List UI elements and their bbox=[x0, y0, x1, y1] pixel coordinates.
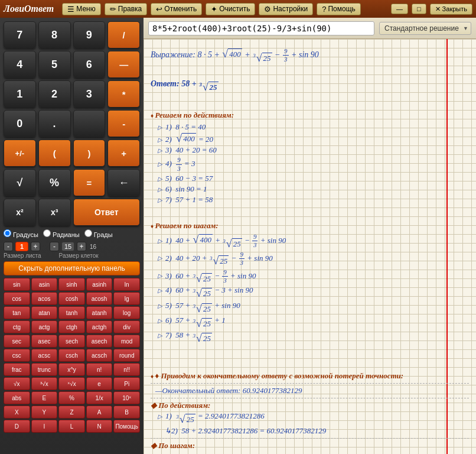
btn-rparen[interactable]: ) bbox=[73, 140, 106, 167]
btn-sqrt[interactable]: √ bbox=[4, 169, 36, 196]
close-button[interactable]: ✕ Закрыть bbox=[430, 4, 472, 15]
btn-minus[interactable]: — bbox=[107, 51, 140, 78]
cell-size-plus[interactable]: + bbox=[77, 242, 86, 251]
radio-radians[interactable]: Радианы bbox=[43, 229, 80, 238]
func-L[interactable]: L bbox=[58, 420, 85, 433]
func-lg[interactable]: lg bbox=[113, 292, 140, 305]
undo-button[interactable]: ↩ Отменить bbox=[151, 3, 202, 15]
func-Z[interactable]: Z bbox=[58, 406, 85, 419]
btn-4[interactable]: 4 bbox=[4, 51, 36, 78]
btn-8[interactable]: 8 bbox=[38, 21, 71, 48]
btn-percent[interactable]: % bbox=[38, 169, 71, 196]
radio-grads[interactable]: Грады bbox=[84, 229, 113, 238]
menu-button[interactable]: ☰ Меню bbox=[62, 3, 100, 15]
func-atanh[interactable]: atanh bbox=[86, 306, 113, 319]
func-frac[interactable]: frac bbox=[4, 363, 30, 376]
func-sinh[interactable]: sinh bbox=[58, 278, 85, 291]
func-round[interactable]: round bbox=[113, 349, 140, 362]
btn-equals[interactable]: = bbox=[73, 169, 106, 196]
func-10x[interactable]: 10ˣ bbox=[113, 391, 140, 404]
func-acsch[interactable]: acsch bbox=[86, 349, 113, 362]
func-csc[interactable]: csc bbox=[4, 349, 30, 362]
func-nrtx[interactable]: ˣ√x bbox=[58, 377, 85, 390]
btn-answer[interactable]: Ответ bbox=[73, 199, 141, 226]
btn-5[interactable]: 5 bbox=[38, 51, 71, 78]
func-pct[interactable]: % bbox=[58, 391, 85, 404]
btn-plus[interactable]: + bbox=[107, 140, 140, 167]
func-xpowy[interactable]: x^y bbox=[58, 363, 85, 376]
func-csch[interactable]: csch bbox=[58, 349, 85, 362]
btn-dot[interactable]: . bbox=[38, 110, 71, 137]
btn-lparen[interactable]: ( bbox=[38, 140, 71, 167]
func-actgh[interactable]: actgh bbox=[86, 320, 113, 333]
func-ctgh[interactable]: ctgh bbox=[58, 320, 85, 333]
func-D[interactable]: D bbox=[4, 420, 30, 433]
func-N[interactable]: N bbox=[86, 420, 113, 433]
func-cosh[interactable]: cosh bbox=[58, 292, 85, 305]
btn-0[interactable]: 0 bbox=[4, 110, 36, 137]
func-sec[interactable]: sec bbox=[4, 335, 30, 348]
edit-button[interactable]: ✏ Правка bbox=[105, 3, 148, 15]
func-dfactorial[interactable]: n!! bbox=[113, 363, 140, 376]
func-tanh[interactable]: tanh bbox=[58, 306, 85, 319]
func-asinh[interactable]: asinh bbox=[86, 278, 113, 291]
func-div[interactable]: div bbox=[113, 320, 140, 333]
btn-x3[interactable]: x³ bbox=[38, 199, 71, 226]
btn-7[interactable]: 7 bbox=[4, 21, 36, 48]
func-asec[interactable]: asec bbox=[31, 335, 58, 348]
minimize-button[interactable]: — bbox=[391, 4, 408, 14]
func-I[interactable]: I bbox=[31, 420, 58, 433]
btn-x2[interactable]: x² bbox=[4, 199, 36, 226]
func-pi[interactable]: Pi bbox=[113, 377, 140, 390]
func-acosh[interactable]: acosh bbox=[86, 292, 113, 305]
sheet-size-plus[interactable]: + bbox=[31, 242, 40, 251]
func-acos[interactable]: acos bbox=[31, 292, 58, 305]
func-B[interactable]: B bbox=[113, 406, 140, 419]
func-factorial[interactable]: n! bbox=[86, 363, 113, 376]
btn-2[interactable]: 2 bbox=[38, 80, 71, 108]
func-trunc[interactable]: trunc bbox=[31, 363, 58, 376]
func-asin[interactable]: asin bbox=[31, 278, 58, 291]
help-button[interactable]: ? Помощь bbox=[317, 3, 361, 15]
solve-type-select[interactable]: Стандартное решение bbox=[379, 22, 471, 35]
func-acsc[interactable]: acsc bbox=[31, 349, 58, 362]
cell-size-minus[interactable]: - bbox=[50, 242, 59, 251]
btn-plusminus[interactable]: +/- bbox=[4, 140, 36, 167]
func-Y[interactable]: Y bbox=[31, 406, 58, 419]
btn-minus2[interactable]: - bbox=[107, 110, 140, 137]
func-help2[interactable]: Помощь bbox=[113, 420, 140, 433]
btn-mul[interactable]: * bbox=[107, 80, 140, 108]
func-sech[interactable]: sech bbox=[58, 335, 85, 348]
func-A[interactable]: A bbox=[86, 406, 113, 419]
func-cbrtx[interactable]: ³√x bbox=[31, 377, 58, 390]
func-tan[interactable]: tan bbox=[4, 306, 30, 319]
btn-empty[interactable] bbox=[73, 110, 106, 137]
func-e[interactable]: e bbox=[86, 377, 113, 390]
func-cos[interactable]: cos bbox=[4, 292, 30, 305]
btn-3[interactable]: 3 bbox=[73, 80, 106, 108]
radio-degrees[interactable]: Градусы bbox=[4, 229, 38, 238]
func-abs[interactable]: abs bbox=[4, 391, 30, 404]
func-log[interactable]: log bbox=[113, 306, 140, 319]
func-mod[interactable]: mod bbox=[113, 335, 140, 348]
clear-button[interactable]: ✦ Очистить bbox=[206, 3, 255, 15]
func-actg[interactable]: actg bbox=[31, 320, 58, 333]
func-sqrtx[interactable]: √x bbox=[4, 377, 30, 390]
func-atan[interactable]: atan bbox=[31, 306, 58, 319]
formula-input[interactable] bbox=[148, 21, 374, 35]
settings-button[interactable]: ⚙ Настройки bbox=[259, 3, 313, 15]
sheet-size-minus[interactable]: - bbox=[4, 242, 13, 251]
toggle-panel-button[interactable]: Скрыть дополнительную панель bbox=[4, 261, 140, 275]
btn-9[interactable]: 9 bbox=[73, 21, 106, 48]
maximize-button[interactable]: □ bbox=[412, 4, 426, 14]
func-sin[interactable]: sin bbox=[4, 278, 30, 291]
func-asech[interactable]: asech bbox=[86, 335, 113, 348]
func-ln[interactable]: ln bbox=[113, 278, 140, 291]
btn-backspace[interactable]: ← bbox=[107, 169, 140, 196]
func-X[interactable]: X bbox=[4, 406, 30, 419]
grid-area[interactable]: Выражение: 8 · 5 + √400 + 3√25 − 93 + si… bbox=[144, 39, 476, 454]
btn-6[interactable]: 6 bbox=[73, 51, 106, 78]
btn-1[interactable]: 1 bbox=[4, 80, 36, 108]
func-ctg[interactable]: ctg bbox=[4, 320, 30, 333]
func-inv[interactable]: 1/x bbox=[86, 391, 113, 404]
